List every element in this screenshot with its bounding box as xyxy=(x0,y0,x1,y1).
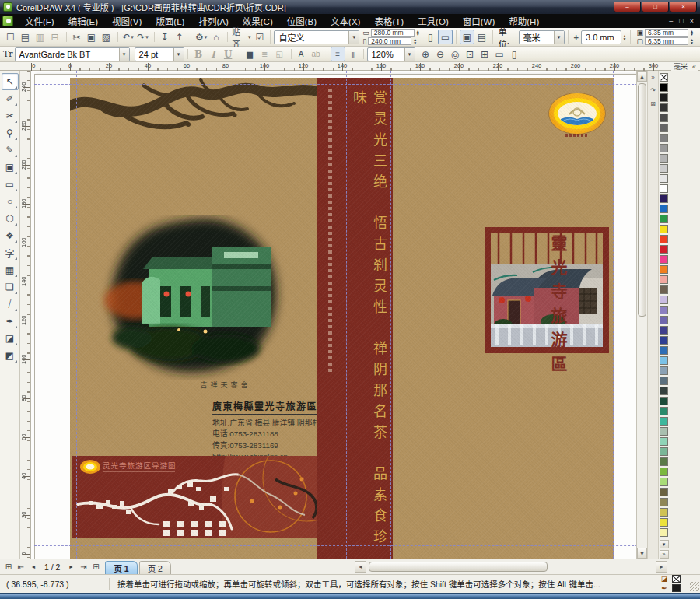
menu-item[interactable]: 文件(F) xyxy=(18,13,61,29)
current-page-size-button[interactable]: ▤ xyxy=(474,30,489,44)
menu-item[interactable]: 文本(X) xyxy=(324,13,367,29)
docker-expand-icon[interactable]: » xyxy=(651,74,654,81)
color-swatch[interactable] xyxy=(660,134,668,142)
open-icon[interactable]: ▤ ▾ xyxy=(18,30,33,44)
vertical-text-button[interactable]: ||| xyxy=(345,47,360,61)
menu-item[interactable]: 工具(O) xyxy=(411,13,456,29)
landscape-button[interactable]: ▭ xyxy=(438,30,453,44)
page-tab[interactable]: 页 2 xyxy=(139,561,171,574)
bold-button[interactable]: B xyxy=(191,47,206,61)
snap-to-button[interactable]: 贴齐 ▾ xyxy=(230,30,252,44)
vertical-scroll-thumb[interactable] xyxy=(638,83,646,317)
character-formatting-icon[interactable]: A xyxy=(294,47,309,61)
zoom-out-icon[interactable]: ⊖ xyxy=(433,47,448,61)
zoom-all-objects-icon[interactable]: ⊡ xyxy=(463,47,478,61)
color-swatch[interactable] xyxy=(660,397,668,405)
drop-cap-icon[interactable]: ◱ xyxy=(272,47,287,61)
no-color-swatch[interactable] xyxy=(660,73,668,82)
first-page-icon[interactable]: ⇤ xyxy=(15,561,27,573)
color-swatch[interactable] xyxy=(660,447,668,456)
color-swatch[interactable] xyxy=(660,346,668,355)
color-swatch[interactable] xyxy=(660,508,668,517)
color-swatch[interactable] xyxy=(660,478,668,486)
table-tool[interactable]: ▦ xyxy=(2,261,19,278)
print-icon[interactable]: ⊟ ▾ xyxy=(47,30,62,44)
options-icon[interactable]: ☑ xyxy=(252,30,267,44)
menu-item[interactable]: 视图(V) xyxy=(105,13,149,29)
color-swatch[interactable] xyxy=(660,194,668,203)
color-swatch[interactable] xyxy=(660,387,668,395)
font-size-select[interactable]: 24 pt ▾ xyxy=(135,47,184,61)
last-page-icon[interactable]: ⇥ xyxy=(77,561,89,573)
color-swatch[interactable] xyxy=(660,255,668,264)
color-swatch[interactable] xyxy=(660,174,668,183)
underline-button[interactable]: U xyxy=(221,47,236,61)
nudge-stepper[interactable]: ▲▼ xyxy=(623,34,627,40)
bullet-list-icon[interactable]: ≣ xyxy=(257,47,272,61)
zoom-in-icon[interactable]: ⊕ xyxy=(418,47,433,61)
paper-height-field[interactable]: 240.0 mm xyxy=(368,37,411,45)
color-swatch[interactable] xyxy=(660,225,668,233)
paper-width-field[interactable]: 280.0 mm xyxy=(371,29,415,37)
scroll-down-icon[interactable]: ▼ xyxy=(637,548,647,559)
color-swatch[interactable] xyxy=(660,275,668,284)
horizontal-scroll-thumb[interactable] xyxy=(369,562,548,572)
vertical-scrollbar[interactable]: ▲ ▼ xyxy=(636,71,647,559)
portrait-button[interactable]: ▯ xyxy=(423,30,438,44)
paper-height-stepper[interactable]: ▲▼ xyxy=(413,38,417,44)
color-swatch[interactable] xyxy=(660,417,668,426)
guideline-vertical[interactable] xyxy=(390,71,391,559)
doc-close-button[interactable]: × xyxy=(690,17,694,25)
zoom-selected-icon[interactable]: ◎ xyxy=(448,47,463,61)
italic-button[interactable]: I xyxy=(206,47,221,61)
basic-shapes-tool[interactable]: ❖ xyxy=(2,227,19,244)
paste-icon[interactable]: ▨ ▾ xyxy=(99,30,114,44)
menu-item[interactable]: 位图(B) xyxy=(280,13,324,29)
menu-item[interactable]: 表格(T) xyxy=(367,13,411,29)
color-swatch[interactable] xyxy=(660,205,668,213)
color-swatch[interactable] xyxy=(660,488,668,496)
color-swatch[interactable] xyxy=(660,427,668,436)
doc-minimize-button[interactable]: – xyxy=(669,17,673,25)
pick-tool[interactable]: ↖ xyxy=(2,73,19,90)
cut-icon[interactable]: ✂ ▾ xyxy=(69,30,84,44)
color-swatch[interactable] xyxy=(660,296,668,304)
zoom-level-select[interactable]: 120% ▾ xyxy=(367,47,415,61)
close-button[interactable]: × xyxy=(670,2,697,12)
import-icon[interactable]: ↧ ▾ xyxy=(157,30,172,44)
zoom-tool[interactable]: ⚲ xyxy=(2,124,19,142)
color-swatch[interactable] xyxy=(660,285,668,294)
guideline-vertical[interactable] xyxy=(346,71,347,559)
color-swatch[interactable] xyxy=(660,124,668,132)
interactive-fill-tool[interactable]: ◩ xyxy=(2,347,19,364)
resize-grip[interactable] xyxy=(690,582,699,591)
brochure-design[interactable]: 吉祥天客舍 廣東梅縣靈光寺旅游區 地址:广东省 梅县 雁洋镇 阴那村电话:075… xyxy=(70,78,614,559)
duplicate-y-field[interactable]: 6.35 mm xyxy=(645,37,688,45)
color-swatch[interactable] xyxy=(660,164,668,173)
welcome-screen-icon[interactable]: ⌂ ▾ xyxy=(208,30,223,44)
color-swatch[interactable] xyxy=(660,326,668,335)
color-swatch[interactable] xyxy=(660,377,668,385)
copy-icon[interactable]: ▣ ▾ xyxy=(84,30,99,44)
save-icon[interactable]: ▥ ▾ xyxy=(33,30,47,44)
color-swatch[interactable] xyxy=(660,114,668,122)
color-swatch[interactable] xyxy=(660,407,668,415)
color-swatch[interactable] xyxy=(660,235,668,243)
page-size-preset-select[interactable]: 自定义 ▾ xyxy=(274,30,359,44)
scroll-up-icon[interactable]: ▲ xyxy=(637,71,647,82)
color-swatch[interactable] xyxy=(660,144,668,152)
freehand-tool[interactable]: ✎ xyxy=(2,142,19,159)
zoom-page-icon[interactable]: ⊞ xyxy=(478,47,492,61)
crop-tool[interactable]: ✂ xyxy=(2,107,19,124)
horizontal-scrollbar[interactable]: ◄ ► xyxy=(355,559,667,573)
rectangle-tool[interactable]: ▭ xyxy=(2,176,19,193)
color-swatch[interactable] xyxy=(660,184,668,193)
duplicate-y-stepper[interactable]: ▲▼ xyxy=(690,38,694,44)
units-select[interactable]: 毫米 ▾ xyxy=(519,30,565,44)
add-page-icon[interactable]: ⊞ xyxy=(89,561,102,573)
fill-color-none-swatch[interactable] xyxy=(672,575,681,583)
page-tab[interactable]: 页 1 xyxy=(105,561,137,574)
color-swatch[interactable] xyxy=(660,215,668,223)
fill-tool[interactable]: ◪ xyxy=(2,330,19,347)
next-page-icon[interactable]: ► xyxy=(65,561,77,573)
